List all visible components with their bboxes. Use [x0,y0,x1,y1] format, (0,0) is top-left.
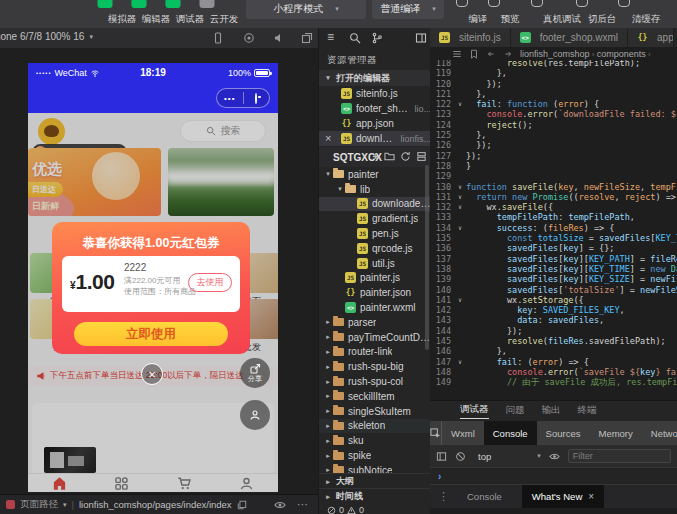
line-number[interactable]: 127 [430,151,454,161]
new-folder-icon[interactable] [384,151,395,162]
line-number[interactable]: 146 [430,346,454,356]
share-float-button[interactable]: 分享 [240,358,270,388]
open-editor-item[interactable]: JSsiteinfo.js [319,86,430,101]
line-number[interactable]: 129 [430,171,454,181]
tree-item-painter[interactable]: ▾painter [319,167,430,182]
line-number[interactable]: 134 [430,223,454,233]
console-output[interactable]: › [430,467,677,484]
open-editor-item[interactable]: <>footer_shop.wxmllio... [319,101,430,116]
menu-icon[interactable]: ≡ [327,30,334,44]
fold-icon[interactable]: ∨ [454,202,466,212]
tree-item-parser[interactable]: ▸parser [319,315,430,330]
close-popup-button[interactable]: × [141,363,163,385]
fold-icon[interactable]: ∨ [454,357,466,367]
tree-item-rush-spu-big[interactable]: ▸rush-spu-big [319,359,430,374]
code-line-123[interactable]: 123 console.error(`downloadFile failed: … [430,109,677,119]
line-number[interactable]: 123 [430,109,454,119]
simulator-button[interactable]: 模拟器 [88,0,122,28]
tree-item-sku[interactable]: ▸sku [319,433,430,448]
tree-item-gradient.js[interactable]: JSgradient.js [319,211,430,226]
code-line-122[interactable]: 122∨ fail: function (error) { [430,99,677,109]
devtools-tab-Network[interactable]: Network [642,421,677,445]
line-number[interactable]: 133 [430,212,454,222]
detach-window-icon[interactable] [301,32,313,44]
fold-icon[interactable]: ∨ [454,182,466,192]
more-icon[interactable]: ⋯ [297,498,308,511]
line-number[interactable]: 122 [430,99,454,109]
code-line-142[interactable]: 142 key: SAVED_FILES_KEY, [430,305,677,315]
collapse-sidebar-icon[interactable] [415,32,427,44]
source-control-icon[interactable] [371,32,383,44]
device-selector[interactable]: iPhone 6/7/8 100% 16 ▾ [0,31,93,42]
fold-icon[interactable]: ∨ [454,192,466,202]
code-line-137[interactable]: 137 savedFiles[key][KEY_PATH] = fileRes.… [430,254,677,264]
code-line-120[interactable]: 120 }); [430,79,677,89]
line-number[interactable]: 148 [430,367,454,377]
record-icon[interactable] [243,32,255,44]
debugger-tab-问题[interactable]: 问题 [506,404,525,419]
line-number[interactable]: 135 [430,233,454,243]
code-line-125[interactable]: 125 }, [430,130,677,140]
code-line-148[interactable]: 148 console.error(`saveFile ${key} faile… [430,367,677,377]
line-number[interactable]: 142 [430,305,454,315]
code-line-146[interactable]: 146 }, [430,346,677,356]
eye-icon[interactable] [274,499,286,511]
editor-button[interactable]: 编辑器 [122,0,156,28]
sidebar-toggle-icon[interactable] [436,451,447,462]
code-line-132[interactable]: 132∨ wx.saveFile({ [430,202,677,212]
line-number[interactable]: 139 [430,274,454,284]
tree-item-pen.js[interactable]: JSpen.js [319,226,430,241]
tree-item-lib[interactable]: ▾lib [319,182,430,197]
line-number[interactable]: 138 [430,264,454,274]
fold-icon[interactable]: ∨ [454,99,466,109]
editor-tab-app.json[interactable]: {}app.json [628,28,674,47]
line-number[interactable]: 119 [430,68,454,78]
line-number[interactable]: 137 [430,254,454,264]
breadcrumb-item[interactable]: lionfish_comshop [520,49,590,59]
use-coupon-link[interactable]: 去使用 [188,273,232,292]
problems-counter[interactable]: 0 0 [327,505,364,514]
close-icon[interactable]: × [325,131,331,146]
line-number[interactable]: 130 [430,182,454,192]
inspect-element-button[interactable] [430,421,442,445]
debugger-tab-输出[interactable]: 输出 [542,404,561,419]
clear-cache-button[interactable]: 清缓存 [602,0,646,28]
code-line-134[interactable]: 134∨ success: (fileRes) => { [430,223,677,233]
breadcrumb-item[interactable]: components [597,49,646,59]
line-number[interactable]: 125 [430,130,454,140]
tree-item-router-link[interactable]: ▸router-link [319,345,430,360]
cloud-dev-button[interactable]: 云开发 [190,0,224,28]
devtools-tab-Memory[interactable]: Memory [589,421,641,445]
exit-circle-icon[interactable] [255,93,257,104]
tree-item-singleSkuItem[interactable]: ▸singleSkuItem [319,404,430,419]
tree-item-painter.js[interactable]: JSpainter.js [319,271,430,286]
line-number[interactable]: 131 [430,192,454,202]
code-area[interactable]: 118 resolve(res.tempFilePath);119 },120 … [430,58,677,400]
code-line-140[interactable]: 140 savedFiles['totalSize'] = newFileSiz… [430,285,677,295]
device-frame-icon[interactable] [212,32,224,44]
tree-item-painter.json[interactable]: {}painter.json [319,285,430,300]
line-number[interactable]: 149 [430,377,454,387]
console-filter-input[interactable] [568,449,671,463]
editor-tab-footer_shop.wxml[interactable]: <>footer_shop.wxml [511,28,628,47]
tree-item-util.js[interactable]: JSutil.js [319,256,430,271]
line-number[interactable]: 121 [430,89,454,99]
code-line-147[interactable]: 147∨ fail: (error) => { [430,357,677,367]
clear-console-icon[interactable] [455,451,466,462]
sound-icon[interactable] [273,32,285,44]
code-line-131[interactable]: 131∨ return new Promise((resolve, reject… [430,192,677,202]
kebab-menu-icon[interactable]: ⋮ [430,490,457,503]
preview-button[interactable]: 预览 [478,0,510,28]
more-menu-icon[interactable]: ••• [217,94,243,103]
line-number[interactable]: 132 [430,202,454,212]
code-line-119[interactable]: 119 }, [430,68,677,78]
code-line-143[interactable]: 143 data: savedFiles, [430,315,677,325]
code-line-144[interactable]: 144 }); [430,326,677,336]
line-number[interactable]: 124 [430,120,454,130]
code-line-128[interactable]: 128} [430,161,677,171]
drawer-tab[interactable]: What's New× [522,485,604,508]
code-line-130[interactable]: 130∨function saveFile(key, newFileSize, … [430,182,677,192]
code-line-139[interactable]: 139 savedFiles[key][KEY_SIZE] = newFileS… [430,274,677,284]
code-line-136[interactable]: 136 savedFiles[key] = {}; [430,243,677,253]
remote-debug-button[interactable]: 真机调试 [512,0,562,28]
